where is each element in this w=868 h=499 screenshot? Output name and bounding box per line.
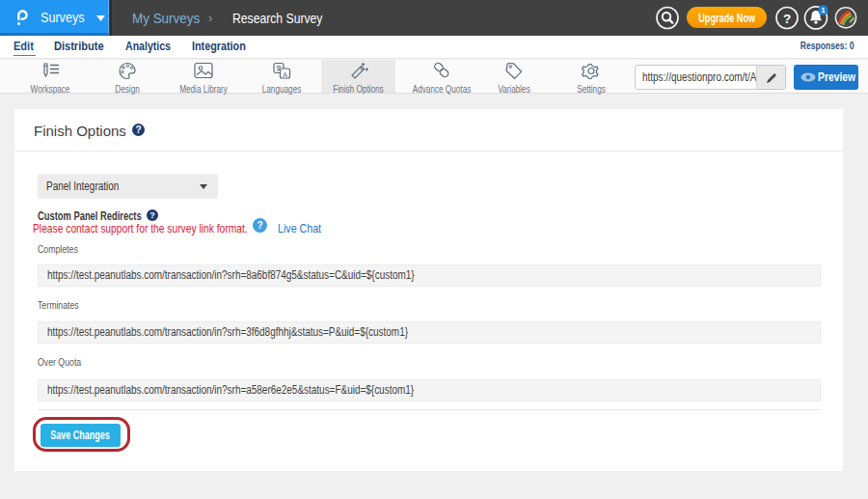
svg-text:A: A	[283, 71, 287, 78]
svg-text:?: ?	[783, 12, 791, 26]
svg-text:1: 1	[821, 6, 826, 14]
